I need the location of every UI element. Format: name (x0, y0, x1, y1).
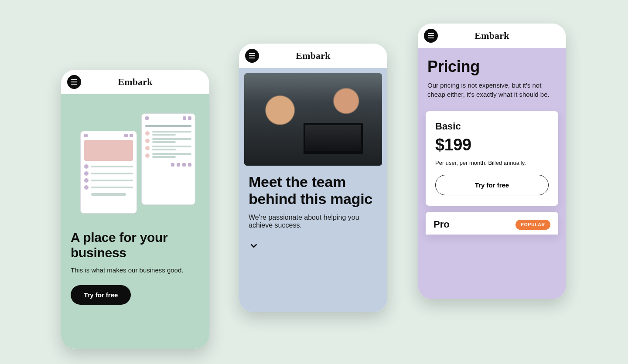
phone2-subheading: We're passionate about helping you achie… (249, 214, 378, 229)
brand-logo: Embark (296, 50, 330, 61)
team-photo (244, 73, 382, 166)
topbar: Embark (418, 24, 566, 48)
phone2-copy: Meet the team behind this magic We're pa… (239, 166, 387, 235)
popular-badge: POPULAR (515, 220, 550, 230)
phone2-heading: Meet the team behind this magic (249, 173, 378, 208)
phone1-body: A place for your business This is what m… (61, 94, 209, 349)
tier-name: Basic (435, 121, 549, 132)
phone2-body: Meet the team behind this magic We're pa… (239, 68, 387, 312)
phone3-copy: Pricing Our pricing is not expensive, bu… (418, 48, 566, 103)
brand-logo: Embark (118, 76, 152, 88)
menu-icon[interactable] (67, 75, 81, 89)
menu-icon[interactable] (245, 49, 259, 63)
pricing-card-pro: Pro POPULAR (426, 212, 558, 235)
try-for-free-button[interactable]: Try for free (71, 285, 131, 305)
pricing-subheading: Our pricing is not expensive, but it's n… (427, 81, 556, 99)
hero-illustration (61, 94, 209, 225)
phone-frame-home: Embark A place fo (61, 70, 209, 349)
phone1-copy: A place for your business This is what m… (61, 225, 209, 274)
topbar: Embark (239, 44, 387, 68)
brand-logo: Embark (474, 30, 509, 41)
topbar: Embark (61, 70, 209, 94)
phone-frame-pricing: Embark Pricing Our pricing is not expens… (418, 24, 566, 299)
phone1-subheading: This is what makes our business good. (71, 266, 200, 274)
tier-name: Pro (433, 219, 450, 230)
phone1-heading: A place for your business (71, 230, 200, 260)
tier-meta: Per user, per month. Billed annually. (435, 160, 549, 166)
try-for-free-button[interactable]: Try for free (435, 175, 549, 195)
pricing-heading: Pricing (427, 58, 556, 75)
tier-price: $199 (435, 136, 549, 154)
chevron-down-icon[interactable] (248, 240, 260, 252)
pricing-card-basic: Basic $199 Per user, per month. Billed a… (426, 111, 558, 206)
mock-screen-right (141, 113, 195, 205)
menu-icon[interactable] (424, 29, 438, 43)
phone-frame-team: Embark Meet the team behind this magic W… (239, 44, 387, 312)
phone3-body: Pricing Our pricing is not expensive, bu… (418, 48, 566, 299)
mock-screen-left (80, 131, 137, 214)
